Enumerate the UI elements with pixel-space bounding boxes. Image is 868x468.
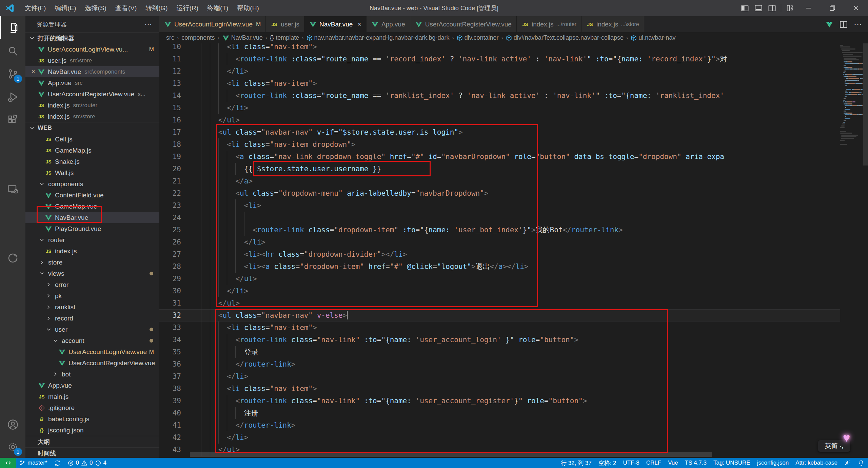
open-editor-item[interactable]: UserAccountLoginView.vu...M [25, 44, 159, 55]
code-line-21[interactable]: </a> [193, 175, 868, 187]
source-control-icon[interactable]: 1 [0, 62, 25, 85]
restore-button[interactable] [821, 0, 844, 16]
code-line-33[interactable]: <li class="nav-item"> [193, 321, 868, 334]
problems-item[interactable]: 004 [64, 458, 110, 468]
menu-t[interactable]: 终端(T) [203, 0, 233, 16]
run-debug-icon[interactable] [0, 85, 25, 109]
tree-folder-store[interactable]: store [25, 257, 159, 268]
status-encoding[interactable]: UTF-8 [620, 458, 643, 468]
open-editor-item[interactable]: App.vuesrc [25, 77, 159, 89]
breadcrumb-item[interactable]: ul.navbar-nav [631, 34, 675, 41]
tree-file-snake-js[interactable]: JSSnake.js [25, 156, 159, 167]
git-branch-item[interactable]: master* [16, 458, 51, 468]
code-line-26[interactable]: </li> [193, 236, 868, 248]
code-line-10[interactable]: <li class="nav-item"> [193, 43, 868, 53]
code-line-34[interactable]: <router-link class="nav-link" :to="{name… [193, 334, 868, 346]
more-actions-icon[interactable]: ⋯ [854, 20, 862, 29]
outline-section-header[interactable]: 大纲 [25, 436, 159, 447]
tab-useraccountloginview-vue[interactable]: UserAccountLoginView.vueM [159, 16, 266, 32]
tab-navbar-vue[interactable]: NavBar.vue× [304, 16, 367, 32]
status-indentation[interactable]: 空格: 2 [595, 458, 620, 468]
tree-folder-components[interactable]: components [25, 178, 159, 190]
code-line-40[interactable]: 注册 [193, 407, 868, 419]
timeline-section-header[interactable]: 时间线 [25, 447, 159, 458]
vertical-scrollbar[interactable] [863, 43, 868, 165]
status-jsconfig[interactable]: jsconfig.json [754, 458, 792, 468]
tree-file-cell-js[interactable]: JSCell.js [25, 134, 159, 145]
breadcrumb-item[interactable]: NavBar.vue [222, 34, 263, 42]
status-cursor-position[interactable]: 行 32, 列 37 [557, 458, 595, 468]
notifications-item[interactable] [854, 458, 868, 468]
feedback-item[interactable] [841, 458, 854, 468]
tab-user-js[interactable]: JSuser.js [266, 16, 304, 32]
toggle-panel-icon[interactable] [752, 0, 765, 16]
code-line-29[interactable]: </ul> [193, 273, 868, 285]
tree-file-useraccountloginview-vue[interactable]: UserAccountLoginView.vueM [25, 346, 159, 357]
close-icon[interactable]: × [29, 68, 38, 75]
code-line-36[interactable]: </router-link> [193, 358, 868, 370]
split-editor-icon[interactable] [840, 20, 848, 28]
remote-indicator[interactable] [0, 458, 16, 468]
menu-e[interactable]: 编辑(E) [50, 0, 80, 16]
code-line-19[interactable]: <a class="nav-link dropdown-toggle" href… [193, 151, 868, 163]
status-attr-style[interactable]: Attr: kebab-case [792, 458, 841, 468]
tree-file-gamemap-vue[interactable]: GameMap.vue [25, 201, 159, 212]
code-line-25[interactable]: <router-link class="dropdown-item" :to="… [193, 224, 868, 236]
menu-g[interactable]: 转到(G) [141, 0, 172, 16]
breadcrumb-item[interactable]: src [166, 34, 174, 41]
vue-run-icon[interactable] [825, 20, 833, 28]
tree-folder-views[interactable]: views [25, 268, 159, 279]
code-line-16[interactable]: </ul> [193, 114, 868, 126]
menu-v[interactable]: 查看(V) [111, 0, 141, 16]
extensions-icon[interactable] [0, 109, 25, 132]
tree-file-index-js[interactable]: JSindex.js [25, 246, 159, 257]
toggle-sidebar-icon[interactable] [738, 0, 752, 16]
minimap[interactable] [840, 43, 863, 186]
code-line-35[interactable]: 登录 [193, 346, 868, 358]
menu-r[interactable]: 运行(R) [172, 0, 203, 16]
code-line-38[interactable]: <li class="nav-item"> [193, 383, 868, 395]
tree-folder-record[interactable]: record [25, 313, 159, 324]
tree-folder-router[interactable]: router [25, 234, 159, 246]
minimize-button[interactable] [797, 0, 821, 16]
code-line-13[interactable]: <li class="nav-item"> [193, 77, 868, 90]
status-language-mode[interactable]: Vue [665, 458, 682, 468]
code-line-31[interactable]: </ul> [193, 297, 868, 309]
tree-file-babel-config-js[interactable]: Bbabel.config.js [25, 413, 159, 425]
search-icon[interactable] [0, 39, 25, 62]
tree-file-gamemap-js[interactable]: JSGameMap.js [25, 145, 159, 156]
breadcrumb-item[interactable]: div.container [457, 34, 499, 41]
code-line-37[interactable]: </li> [193, 370, 868, 383]
tree-file-main-js[interactable]: JSmain.js [25, 391, 159, 402]
horizontal-scrollbar[interactable] [190, 452, 712, 457]
tree-folder-user[interactable]: user [25, 324, 159, 335]
toggle-secondary-sidebar-icon[interactable] [765, 0, 779, 16]
tree-folder-error[interactable]: error [25, 279, 159, 290]
tree-folder-ranklist[interactable]: ranklist [25, 301, 159, 313]
menu-f[interactable]: 文件(F) [20, 0, 50, 16]
tree-file--gitignore[interactable]: .gitignore [25, 402, 159, 413]
tree-folder-bot[interactable]: bot [25, 369, 159, 380]
open-editor-item[interactable]: JSuser.jssrc\store [25, 55, 159, 66]
status-eol[interactable]: CRLF [643, 458, 665, 468]
breadcrumb-item[interactable]: {}template [270, 34, 299, 41]
status-typescript-version[interactable]: TS 4.7.3 [682, 458, 710, 468]
code-line-18[interactable]: <li class="nav-item dropdown"> [193, 138, 868, 151]
tab-index-js[interactable]: JSindex.js...\router [517, 16, 581, 32]
open-editors-section-header[interactable]: 打开的编辑器 [25, 32, 159, 44]
customize-layout-icon[interactable] [783, 0, 797, 16]
code-line-39[interactable]: <router-link class="nav-link" :to="{name… [193, 395, 868, 407]
breadcrumb-item[interactable]: nav.navbar.navbar-expand-lg.navbar-dark.… [307, 34, 450, 41]
breadcrumb[interactable]: src›components›NavBar.vue›{}template›nav… [159, 32, 868, 43]
open-editor-item[interactable]: JSindex.jssrc\store [25, 111, 159, 122]
code-line-20[interactable]: {{ $store.state.user.username }} [193, 163, 868, 175]
code-line-23[interactable]: <li> [193, 199, 868, 212]
gitlens-icon[interactable] [0, 247, 25, 270]
remote-explorer-icon[interactable] [0, 178, 25, 201]
account-icon[interactable] [0, 413, 25, 436]
explorer-icon[interactable] [0, 16, 25, 39]
tree-folder-account[interactable]: account [25, 335, 159, 346]
tree-file-useraccountregisterview-vue[interactable]: UserAccountRegisterView.vue [25, 357, 159, 369]
tab-useraccountregisterview-vue[interactable]: UserAccountRegisterView.vue [410, 16, 517, 32]
tree-file-navbar-vue[interactable]: NavBar.vue [25, 212, 159, 223]
